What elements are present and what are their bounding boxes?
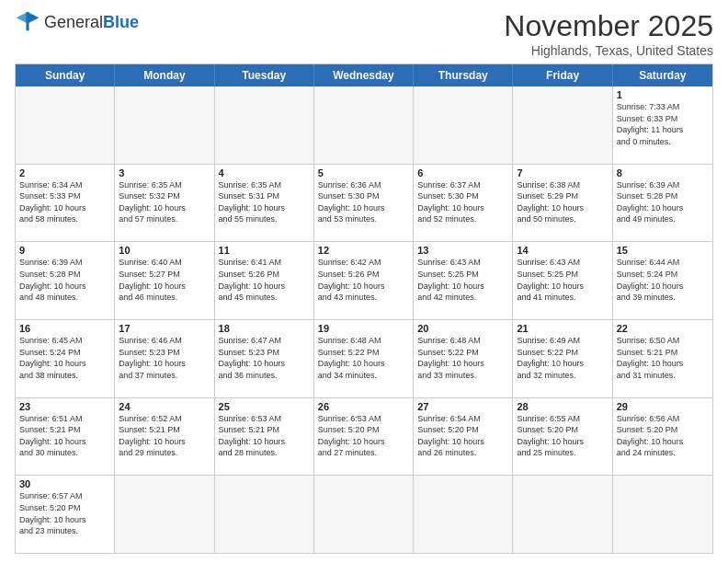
day-number: 5	[318, 167, 409, 178]
logo-blue: Blue	[103, 13, 139, 31]
page: GeneralBlue November 2025 Highlands, Tex…	[0, 0, 728, 563]
day-number: 18	[219, 323, 310, 334]
calendar-cell: 24Sunrise: 6:52 AM Sunset: 5:21 PM Dayli…	[115, 398, 214, 476]
calendar-cell: 19Sunrise: 6:48 AM Sunset: 5:22 PM Dayli…	[314, 320, 414, 397]
day-info: Sunrise: 6:48 AM Sunset: 5:22 PM Dayligh…	[318, 335, 409, 381]
logo-text: GeneralBlue	[44, 14, 139, 30]
day-number: 24	[119, 401, 210, 412]
day-info: Sunrise: 6:40 AM Sunset: 5:27 PM Dayligh…	[119, 257, 210, 303]
header-day-wednesday: Wednesday	[314, 64, 414, 86]
day-info: Sunrise: 6:50 AM Sunset: 5:21 PM Dayligh…	[617, 335, 709, 381]
day-number: 7	[517, 167, 608, 178]
calendar-cell: 8Sunrise: 6:39 AM Sunset: 5:28 PM Daylig…	[613, 165, 712, 242]
day-info: Sunrise: 6:46 AM Sunset: 5:23 PM Dayligh…	[119, 335, 210, 381]
day-number: 9	[19, 245, 110, 256]
calendar-week-4: 16Sunrise: 6:45 AM Sunset: 5:24 PM Dayli…	[16, 319, 712, 397]
calendar-cell: 25Sunrise: 6:53 AM Sunset: 5:21 PM Dayli…	[215, 398, 314, 476]
logo: GeneralBlue	[15, 9, 139, 35]
calendar-cell: 18Sunrise: 6:47 AM Sunset: 5:23 PM Dayli…	[215, 320, 314, 397]
calendar-cell: 4Sunrise: 6:35 AM Sunset: 5:31 PM Daylig…	[215, 165, 314, 242]
day-number: 27	[417, 401, 508, 412]
day-info: Sunrise: 6:43 AM Sunset: 5:25 PM Dayligh…	[417, 257, 508, 303]
day-number: 25	[219, 401, 310, 412]
calendar-cell: 28Sunrise: 6:55 AM Sunset: 5:20 PM Dayli…	[513, 398, 612, 476]
calendar-header-row: SundayMondayTuesdayWednesdayThursdayFrid…	[16, 64, 712, 86]
day-number: 29	[617, 401, 709, 412]
day-number: 16	[19, 323, 110, 334]
day-number: 22	[617, 323, 709, 334]
day-number: 10	[119, 245, 210, 256]
calendar-week-3: 9Sunrise: 6:39 AM Sunset: 5:28 PM Daylig…	[16, 241, 712, 319]
header: GeneralBlue November 2025 Highlands, Tex…	[15, 9, 713, 58]
calendar-cell: 16Sunrise: 6:45 AM Sunset: 5:24 PM Dayli…	[16, 320, 115, 397]
header-day-friday: Friday	[513, 64, 612, 86]
calendar-week-2: 2Sunrise: 6:34 AM Sunset: 5:33 PM Daylig…	[16, 164, 712, 242]
calendar-cell: 22Sunrise: 6:50 AM Sunset: 5:21 PM Dayli…	[613, 320, 712, 397]
day-info: Sunrise: 6:56 AM Sunset: 5:20 PM Dayligh…	[617, 413, 709, 459]
calendar-cell	[414, 476, 513, 553]
day-info: Sunrise: 6:36 AM Sunset: 5:30 PM Dayligh…	[318, 179, 409, 225]
calendar-week-6: 30Sunrise: 6:57 AM Sunset: 5:20 PM Dayli…	[16, 475, 712, 553]
calendar-cell: 10Sunrise: 6:40 AM Sunset: 5:27 PM Dayli…	[115, 242, 214, 319]
day-info: Sunrise: 6:43 AM Sunset: 5:25 PM Dayligh…	[517, 257, 608, 303]
day-info: Sunrise: 6:55 AM Sunset: 5:20 PM Dayligh…	[517, 413, 608, 459]
calendar-cell: 2Sunrise: 6:34 AM Sunset: 5:33 PM Daylig…	[16, 165, 115, 242]
day-number: 15	[617, 245, 709, 256]
day-info: Sunrise: 6:39 AM Sunset: 5:28 PM Dayligh…	[19, 257, 110, 303]
calendar-cell	[414, 86, 513, 164]
calendar-cell	[115, 86, 214, 164]
day-number: 3	[119, 167, 210, 178]
day-number: 1	[617, 89, 709, 100]
calendar-cell	[314, 476, 414, 553]
calendar-cell: 27Sunrise: 6:54 AM Sunset: 5:20 PM Dayli…	[414, 398, 513, 476]
calendar-cell	[314, 86, 414, 164]
day-number: 6	[417, 167, 508, 178]
calendar-cell: 21Sunrise: 6:49 AM Sunset: 5:22 PM Dayli…	[513, 320, 612, 397]
calendar-cell: 14Sunrise: 6:43 AM Sunset: 5:25 PM Dayli…	[513, 242, 612, 319]
calendar-cell: 17Sunrise: 6:46 AM Sunset: 5:23 PM Dayli…	[115, 320, 214, 397]
day-number: 28	[517, 401, 608, 412]
day-number: 21	[517, 323, 608, 334]
logo-general: General	[44, 13, 103, 31]
calendar-cell: 13Sunrise: 6:43 AM Sunset: 5:25 PM Dayli…	[414, 242, 513, 319]
calendar-week-1: 1Sunrise: 7:33 AM Sunset: 6:33 PM Daylig…	[16, 86, 712, 164]
calendar-cell: 3Sunrise: 6:35 AM Sunset: 5:32 PM Daylig…	[115, 165, 214, 242]
header-day-thursday: Thursday	[414, 64, 513, 86]
day-info: Sunrise: 6:52 AM Sunset: 5:21 PM Dayligh…	[119, 413, 210, 459]
header-day-sunday: Sunday	[16, 64, 115, 86]
day-number: 20	[417, 323, 508, 334]
calendar-cell: 5Sunrise: 6:36 AM Sunset: 5:30 PM Daylig…	[314, 165, 414, 242]
day-info: Sunrise: 6:35 AM Sunset: 5:32 PM Dayligh…	[119, 179, 210, 225]
day-info: Sunrise: 6:44 AM Sunset: 5:24 PM Dayligh…	[617, 257, 709, 303]
calendar-cell: 9Sunrise: 6:39 AM Sunset: 5:28 PM Daylig…	[16, 242, 115, 319]
calendar-cell: 30Sunrise: 6:57 AM Sunset: 5:20 PM Dayli…	[16, 476, 115, 553]
day-info: Sunrise: 6:48 AM Sunset: 5:22 PM Dayligh…	[417, 335, 508, 381]
svg-rect-3	[26, 12, 28, 30]
day-info: Sunrise: 6:57 AM Sunset: 5:20 PM Dayligh…	[19, 490, 110, 536]
calendar-cell: 6Sunrise: 6:37 AM Sunset: 5:30 PM Daylig…	[414, 165, 513, 242]
calendar-cell	[215, 86, 314, 164]
day-info: Sunrise: 7:33 AM Sunset: 6:33 PM Dayligh…	[617, 101, 709, 147]
calendar-cell: 20Sunrise: 6:48 AM Sunset: 5:22 PM Dayli…	[414, 320, 513, 397]
day-number: 8	[617, 167, 709, 178]
day-info: Sunrise: 6:45 AM Sunset: 5:24 PM Dayligh…	[19, 335, 110, 381]
day-info: Sunrise: 6:41 AM Sunset: 5:26 PM Dayligh…	[219, 257, 310, 303]
day-info: Sunrise: 6:35 AM Sunset: 5:31 PM Dayligh…	[219, 179, 310, 225]
calendar-subtitle: Highlands, Texas, United States	[504, 43, 713, 58]
calendar-cell: 29Sunrise: 6:56 AM Sunset: 5:20 PM Dayli…	[613, 398, 712, 476]
calendar-week-5: 23Sunrise: 6:51 AM Sunset: 5:21 PM Dayli…	[16, 397, 712, 476]
day-number: 13	[417, 245, 508, 256]
day-number: 11	[219, 245, 310, 256]
calendar: SundayMondayTuesdayWednesdayThursdayFrid…	[15, 63, 713, 554]
header-day-saturday: Saturday	[613, 64, 712, 86]
day-number: 26	[318, 401, 409, 412]
day-info: Sunrise: 6:53 AM Sunset: 5:21 PM Dayligh…	[219, 413, 310, 459]
day-info: Sunrise: 6:47 AM Sunset: 5:23 PM Dayligh…	[219, 335, 310, 381]
day-info: Sunrise: 6:37 AM Sunset: 5:30 PM Dayligh…	[417, 179, 508, 225]
title-block: November 2025 Highlands, Texas, United S…	[504, 9, 713, 58]
day-number: 2	[19, 167, 110, 178]
day-number: 23	[19, 401, 110, 412]
calendar-cell	[613, 476, 712, 553]
day-number: 14	[517, 245, 608, 256]
calendar-cell: 23Sunrise: 6:51 AM Sunset: 5:21 PM Dayli…	[16, 398, 115, 476]
